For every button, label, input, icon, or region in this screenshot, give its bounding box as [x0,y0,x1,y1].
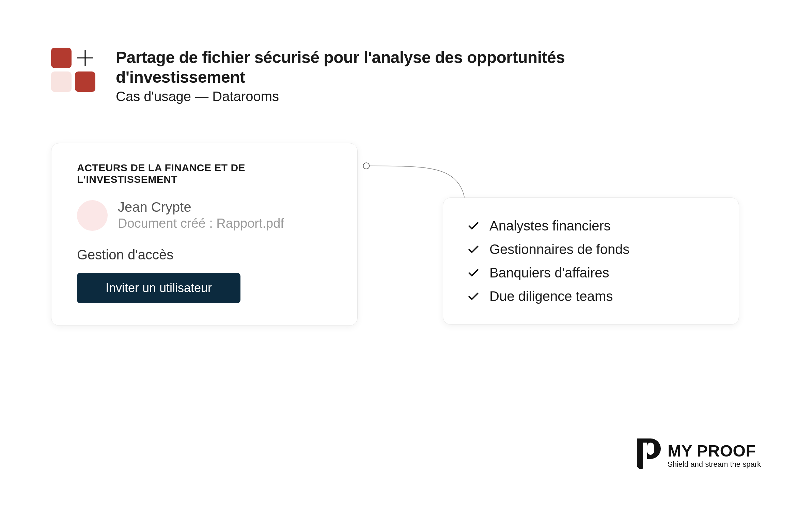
user-name: Jean Crypte [118,199,284,215]
roles-list: Analystes financiers Gestionnaires de fo… [467,218,715,304]
svg-rect-4 [647,442,654,455]
list-item: Analystes financiers [467,218,715,234]
role-label: Gestionnaires de fonds [490,242,629,257]
check-icon [467,266,480,279]
roles-card: Analystes financiers Gestionnaires de fo… [443,197,739,325]
check-icon [467,243,480,256]
role-label: Analystes financiers [490,218,611,234]
access-management-label: Gestion d'accès [77,247,332,263]
avatar [77,200,107,231]
logo-square-bottom-right [75,72,96,92]
check-icon [467,220,480,233]
logo-square-bottom-left [51,72,72,92]
page-header: Partage de fichier sécurisé pour l'analy… [51,48,627,104]
invite-user-button[interactable]: Inviter un utilisateur [77,273,241,303]
page-subtitle: Cas d'usage — Datarooms [116,89,627,104]
page-title: Partage de fichier sécurisé pour l'analy… [116,48,627,87]
check-icon [467,290,480,303]
list-item: Gestionnaires de fonds [467,242,715,257]
list-item: Due diligence teams [467,289,715,304]
brand-name: MY PROOF [668,443,761,459]
logo-square-top-left [51,48,72,68]
logo-icon [51,48,96,92]
svg-point-2 [363,163,369,169]
user-row: Jean Crypte Document créé : Rapport.pdf [77,199,332,232]
plus-icon [75,48,96,68]
brand-mark-icon [634,439,661,472]
brand-logo: MY PROOF Shield and stream the spark [634,439,761,472]
list-item: Banquiers d'affaires [467,265,715,280]
document-created-label: Document créé : Rapport.pdf [118,215,284,232]
section-label: ACTEURS DE LA FINANCE ET DE L'INVESTISSE… [77,162,332,185]
brand-tagline: Shield and stream the spark [668,460,761,468]
actors-card: ACTEURS DE LA FINANCE ET DE L'INVESTISSE… [51,143,358,326]
role-label: Banquiers d'affaires [490,265,609,280]
role-label: Due diligence teams [490,289,613,304]
